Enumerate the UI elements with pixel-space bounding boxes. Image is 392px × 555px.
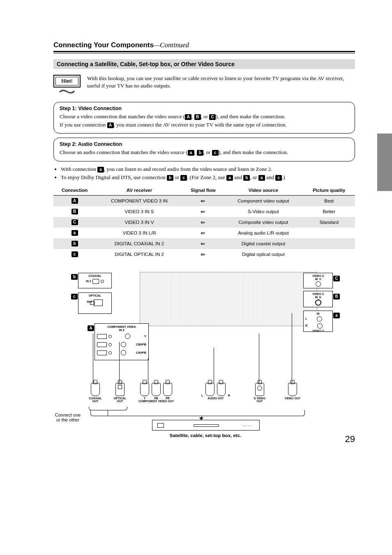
label-in-b: IN xyxy=(315,296,318,299)
table-row: cDIGITAL OPTICAL IN 2⇐Digital optical ou… xyxy=(53,249,355,260)
th-receiver: AV receiver xyxy=(96,185,182,196)
label-in2: IN 2 xyxy=(86,280,91,283)
text: If you use connection xyxy=(60,122,107,128)
receiver-back-panel: b COAXIAL IN 2 c OPTICAL IN 2 C VIDEO xyxy=(78,272,333,329)
cell-flow: ⇐ xyxy=(183,206,224,217)
label-comp-out: COMPONENT VIDEO OUT xyxy=(136,400,177,403)
text: and xyxy=(233,174,243,180)
bottom-device-area: COAXIAL OUT OPTICAL OUT Y PB PR COMPONEN… xyxy=(78,362,333,444)
text: . (For Zone 2, use xyxy=(187,174,226,180)
text: Choose an audio connection that matches … xyxy=(60,149,188,155)
cell-tag: C xyxy=(53,217,96,228)
jack-icon xyxy=(163,383,172,396)
text: , or xyxy=(203,149,212,155)
label-coaxial: COAXIAL xyxy=(80,274,110,278)
comp-row-pr: CR/PR xyxy=(97,349,146,356)
table-header-row: Connection AV receiver Signal flow Video… xyxy=(53,185,355,196)
tag: c xyxy=(71,251,78,257)
label-pr-out: PR xyxy=(163,397,172,400)
cell-receiver: VIDEO 3 IN V xyxy=(96,217,182,228)
tag-c: c xyxy=(71,294,78,299)
table-row: BVIDEO 3 IN S⇐S-Video outputBetter xyxy=(53,206,355,217)
tag-b: b xyxy=(197,150,203,156)
bullet-1: With connection a, you can listen to and… xyxy=(61,166,355,173)
cell-source: Digital optical output xyxy=(224,249,303,260)
bullet-list: With connection a, you can listen to and… xyxy=(61,166,355,181)
text: , you must connect the AV receiver to yo… xyxy=(114,122,287,128)
out-video: VIDEO OUT xyxy=(284,383,302,400)
label-svideo-out: S VIDEO OUT xyxy=(251,397,269,403)
label-l: L xyxy=(305,317,307,320)
line xyxy=(119,342,120,383)
cell-source: Analog audio L/R output xyxy=(224,228,303,238)
cell-tag: b xyxy=(53,238,96,249)
device-box: ○ ◦ ◦ ◦ xyxy=(152,420,260,431)
table-row: ACOMPONENT VIDEO 3 IN⇐Component video ou… xyxy=(53,196,355,207)
label-pb-out: PB xyxy=(152,397,161,400)
svideo-jack-icon xyxy=(255,383,264,396)
cell-tag: a xyxy=(53,228,96,238)
cell-quality xyxy=(303,228,355,238)
label-video-out: VIDEO OUT xyxy=(284,397,302,400)
tag: b xyxy=(71,241,78,246)
page-number: 29 xyxy=(345,434,355,444)
label-v: V xyxy=(319,278,321,281)
label-pr: CR/PR xyxy=(136,351,146,355)
comp-row-y: Y xyxy=(97,333,146,340)
tag-A: A xyxy=(88,325,94,331)
step1-box: Step 1: Video Connection Choose a video … xyxy=(53,102,355,134)
coax-jack-icon xyxy=(91,383,100,396)
cell-tag: A xyxy=(53,196,96,207)
receiver-panel-bg xyxy=(140,272,317,326)
table-row: bDIGITAL COAXIAL IN 2⇐Digital coaxial ou… xyxy=(53,238,355,249)
out-coaxial: COAXIAL OUT xyxy=(86,383,104,403)
cell-receiver: COMPONENT VIDEO 3 IN xyxy=(96,196,182,207)
title-rule xyxy=(53,51,355,53)
side-tab xyxy=(377,134,392,191)
block-video3-v: C VIDEO 3 IN V xyxy=(303,273,333,288)
cell-quality xyxy=(303,249,355,260)
line xyxy=(292,313,292,383)
cell-source: S-Video output xyxy=(224,206,303,217)
cell-flow: ⇐ xyxy=(183,217,224,228)
cell-tag: c xyxy=(53,249,96,260)
page-title-continued: —Continued xyxy=(154,41,189,49)
cell-receiver: DIGITAL OPTICAL IN 2 xyxy=(96,249,182,260)
tag-B: B xyxy=(194,114,201,120)
tag-a: a xyxy=(226,175,233,181)
tag-c: c xyxy=(212,150,219,156)
hint-box-wrap: Hint! xyxy=(53,75,81,94)
step2-box: Step 2: Audio Connection Choose an audio… xyxy=(53,138,355,161)
label-audio-out: AUDIO OUT xyxy=(201,397,230,400)
label-video3-b: VIDEO 3 xyxy=(305,292,331,296)
page-title: Connecting Your Components—Continued xyxy=(53,41,355,49)
tag-a: a xyxy=(333,313,340,318)
line xyxy=(148,358,148,383)
section-heading: Connecting a Satellite, Cable, Set-top b… xyxy=(53,59,355,69)
th-quality: Picture quality xyxy=(303,185,355,196)
jack-icon xyxy=(217,383,226,396)
page-title-text: Connecting Your Components xyxy=(53,41,154,49)
cell-quality xyxy=(303,238,355,249)
connection-diagram: b COAXIAL IN 2 c OPTICAL IN 2 C VIDEO xyxy=(78,272,333,444)
tag-A: A xyxy=(107,122,114,128)
cell-tag: B xyxy=(53,206,96,217)
tag-a: a xyxy=(258,175,265,181)
jack-icon xyxy=(316,281,321,287)
tag-b: b xyxy=(71,274,78,280)
connect-note-line1: Connect one xyxy=(55,412,81,417)
cell-flow: ⇐ xyxy=(183,238,224,249)
hint-row: Hint! With this hookup, you can use your… xyxy=(53,75,355,94)
label-in-c: IN xyxy=(315,278,318,281)
line xyxy=(93,334,93,383)
text: .) xyxy=(282,174,285,180)
tag: a xyxy=(71,230,78,236)
label-video3-a: VIDEO 3 xyxy=(305,329,331,333)
label-pb: CB/PB xyxy=(136,343,146,346)
tag-B: B xyxy=(333,294,340,299)
block-coaxial-in2: b COAXIAL IN 2 xyxy=(78,273,112,288)
svideo-jack-icon xyxy=(315,299,321,306)
out-audio: L R AUDIO OUT xyxy=(201,383,230,400)
hint-box: Hint! xyxy=(53,75,81,88)
text: ), and then make the connection. xyxy=(216,113,285,120)
